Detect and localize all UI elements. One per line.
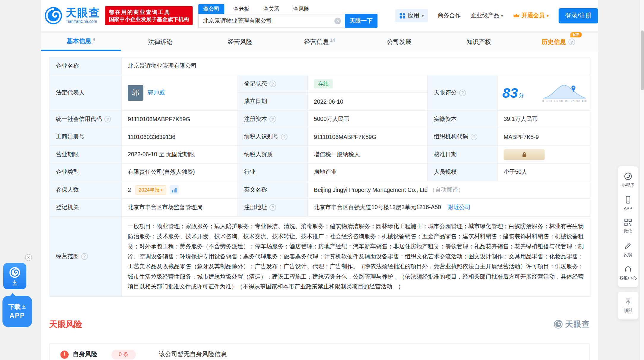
sidebar-item-label: 客服中心 — [619, 275, 637, 281]
tab-company-development[interactable]: 公司发展 — [359, 33, 439, 51]
legal-rep-avatar[interactable]: 郭 — [128, 85, 143, 101]
close-icon[interactable]: ✕ — [25, 254, 32, 261]
nav-cooperation[interactable]: 商务合作 — [438, 12, 461, 19]
english-name-label: 英文名称 — [238, 181, 308, 199]
self-risk-label: 自身风险 — [73, 350, 97, 358]
miniprogram-icon — [624, 172, 632, 181]
help-icon[interactable]: ? — [270, 116, 276, 122]
apps-grid-icon — [399, 12, 405, 19]
logo-domain: TianYanCha.com — [66, 20, 100, 24]
taxpayer-quality-label: 纳税人资质 — [238, 146, 308, 163]
nav-enterprise[interactable]: 企业级产品 ▾ — [471, 12, 503, 19]
nav-open-vip[interactable]: 开通会员 ▾ — [513, 12, 549, 19]
reg-authority-value: 北京市丰台区市场监督管理局 — [122, 199, 238, 217]
establish-date-label: 成立日期 — [238, 93, 308, 110]
lock-icon — [521, 151, 527, 158]
industry-label: 行业 — [238, 164, 308, 181]
tab-intellectual-property[interactable]: 知识产权 — [439, 33, 518, 51]
chevron-down-icon: ▾ — [422, 13, 424, 18]
axis-tick: 3 — [550, 100, 552, 102]
help-icon[interactable]: ? — [459, 89, 466, 96]
logo-text: 天眼查 TianYanCha.com — [66, 7, 100, 24]
insured-trend-icon[interactable] — [170, 185, 178, 194]
slogan-line-2: 国家中小企业发展子基金旗下机构 — [109, 16, 189, 23]
crown-icon — [513, 13, 520, 18]
risk-section-title: 天眼风险 — [49, 319, 82, 330]
headset-icon — [624, 265, 632, 273]
self-risk-box: ! 自身风险 0 条 该公司暂无自身风险信息 — [49, 343, 590, 360]
brand-slogan: 都在用的商业查询工具 国家中小企业发展子基金旗下机构 — [105, 6, 193, 25]
sidebar-item-label: APP — [624, 206, 632, 211]
taxpayer-id-label-text: 纳税人识别号 — [244, 133, 279, 140]
search-tab-risk[interactable]: 查风险 — [288, 4, 314, 14]
paid-capital-value: 39.1万人民币 — [497, 110, 590, 128]
help-icon[interactable]: ? — [281, 134, 287, 140]
chevron-down-icon: ▾ — [501, 13, 503, 18]
paid-capital-label: 实缴资本 — [428, 110, 497, 128]
scrollbar-thumb[interactable] — [641, 30, 644, 90]
taxpayer-id-value: 91110106MABPF7K59G — [308, 128, 428, 146]
axis-tick: 1 — [546, 100, 548, 102]
nav-apps[interactable]: 应用 ▾ — [395, 9, 428, 22]
search-tab-company[interactable]: 查公司 — [198, 4, 224, 14]
scrollbar-track[interactable] — [640, 0, 644, 360]
help-icon[interactable]: ? — [270, 204, 276, 211]
axis-tick: 99 — [576, 100, 580, 102]
business-term-label: 营业期限 — [50, 146, 121, 163]
tab-operation-risk[interactable]: 经营风险 — [200, 33, 280, 51]
reg-number-label: 工商注册号 — [50, 128, 121, 146]
sidebar-item-miniprogram[interactable]: 小程序 — [617, 168, 639, 192]
credit-code-label: 统一社会信用代码 ? — [50, 110, 121, 128]
tab-basic-info-count: 8 — [93, 37, 95, 42]
self-risk-count-badge: 0 条 — [111, 350, 136, 359]
sidebar-item-customer-service[interactable]: 客服中心 — [617, 261, 639, 285]
help-icon[interactable]: ? — [81, 253, 88, 260]
sidebar-item-feedback[interactable]: 反馈 — [617, 238, 639, 261]
reg-capital-label-text: 注册资本 — [244, 116, 267, 123]
back-to-top-button[interactable]: 顶部 — [617, 294, 639, 317]
address-value: 北京市丰台区百强大道10号楼12层2单元1216-A50 — [314, 204, 441, 211]
sidebar-item-app[interactable]: APP — [617, 192, 639, 214]
section-tabs: 基本信息8 法律诉讼 经营风险 经营信息14 公司发展 知识产权 VIP 历史信… — [41, 33, 598, 51]
annual-report-badge[interactable]: 2024年报 ▸ — [135, 185, 166, 195]
english-name-value: Beijing Jingyi Property Management Co., … — [314, 187, 428, 193]
search-box: ✕ — [198, 14, 345, 28]
nearby-companies-link[interactable]: 附近公司 — [448, 204, 471, 211]
help-icon[interactable]: ? — [569, 39, 575, 45]
help-icon[interactable]: ? — [270, 80, 276, 87]
address-label-text: 注册地址 — [244, 204, 267, 211]
reg-capital-label: 注册资本 ? — [238, 110, 308, 128]
help-icon[interactable]: ? — [104, 116, 111, 122]
search-button[interactable]: 天眼一下 — [345, 14, 378, 28]
business-scope-label: 经营范围 ? — [50, 217, 121, 296]
login-register-button[interactable]: 登录/注册 — [558, 8, 598, 23]
score-chart: 0 1 3 15 50 85 97 99 100 — [541, 83, 587, 102]
tab-business-info[interactable]: 经营信息14 — [280, 33, 359, 51]
tab-legal[interactable]: 法律诉讼 — [121, 33, 200, 51]
clear-search-icon[interactable]: ✕ — [334, 18, 341, 24]
vip-locked-value[interactable] — [504, 149, 545, 160]
axis-tick: 0 — [542, 100, 544, 102]
nav-enterprise-label: 企业级产品 — [471, 12, 499, 19]
search-tab-relation[interactable]: 查关系 — [258, 4, 284, 14]
main-column: 天眼查 TianYanCha.com 都在用的商业查询工具 国家中小企业发展子基… — [41, 0, 598, 360]
insured-count-label: 参保人数 — [50, 181, 121, 199]
search-tab-boss[interactable]: 查老板 — [228, 4, 254, 14]
tab-history-info[interactable]: VIP 历史信息 ? — [518, 33, 598, 51]
company-type-label: 企业类型 — [50, 164, 121, 181]
search-input[interactable] — [198, 14, 345, 28]
credit-code-label-text: 统一社会信用代码 — [56, 116, 102, 123]
help-icon[interactable]: ? — [471, 134, 477, 140]
app-download-tile[interactable] — [3, 263, 26, 289]
legal-rep-link[interactable]: 郭帅威 — [148, 89, 165, 97]
score-cell[interactable]: 83 分 0 1 3 15 50 85 — [497, 75, 590, 110]
tianyancha-logo[interactable]: 天眼查 TianYanCha.com — [44, 7, 100, 25]
tianyancha-swirl-icon — [44, 7, 62, 25]
sidebar-item-wechat[interactable]: 微信 — [617, 214, 639, 238]
reg-number-value: 110106033639136 — [122, 128, 238, 146]
business-scope-label-text: 经营范围 — [56, 253, 79, 260]
business-scope-value: 一般项目：物业管理；家政服务；病人陪护服务；专业保洁、清洗、消毒服务；建筑物清洁… — [122, 217, 591, 296]
back-to-top-label: 顶部 — [624, 308, 632, 313]
download-app-button[interactable]: 下载 APP — [2, 296, 32, 327]
tab-basic-info[interactable]: 基本信息8 — [41, 33, 121, 51]
